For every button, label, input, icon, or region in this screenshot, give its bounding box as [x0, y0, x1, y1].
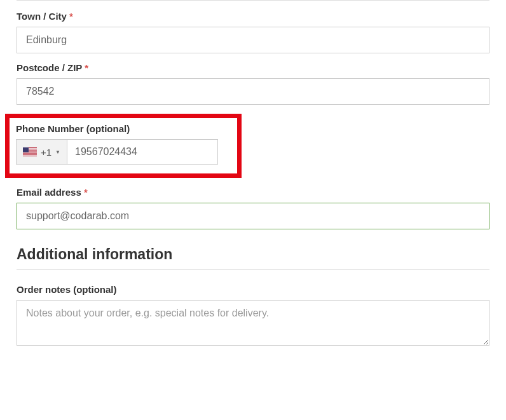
town-city-input[interactable]: [17, 27, 489, 53]
phone-label: Phone Number (optional): [16, 123, 231, 134]
phone-highlight-box: Phone Number (optional) +1 ▼: [5, 114, 242, 178]
phone-number-input[interactable]: [67, 140, 217, 164]
section-divider: [17, 269, 489, 270]
postcode-input[interactable]: [17, 78, 489, 105]
svg-rect-4: [23, 152, 37, 153]
dial-code: +1: [41, 147, 51, 158]
email-label: Email address *: [17, 187, 489, 198]
postcode-label: Postcode / ZIP *: [17, 62, 489, 73]
us-flag-icon: [23, 147, 37, 156]
required-asterisk: *: [69, 11, 73, 22]
svg-rect-7: [23, 147, 29, 152]
email-label-text: Email address: [17, 187, 81, 198]
previous-field-bottom-border: [17, 0, 489, 1]
town-city-group: Town / City *: [17, 11, 489, 53]
required-asterisk: *: [84, 187, 88, 198]
email-group: Email address *: [17, 187, 489, 229]
additional-information-heading: Additional information: [17, 246, 489, 263]
postcode-group: Postcode / ZIP *: [17, 62, 489, 105]
order-notes-group: Order notes (optional): [17, 284, 489, 348]
country-code-selector[interactable]: +1 ▼: [17, 140, 67, 164]
svg-rect-6: [23, 155, 37, 156]
email-input[interactable]: [17, 203, 489, 229]
town-city-label: Town / City *: [17, 11, 489, 22]
required-asterisk: *: [85, 62, 88, 73]
order-notes-textarea[interactable]: [17, 300, 489, 346]
chevron-down-icon: ▼: [55, 149, 60, 155]
order-notes-label: Order notes (optional): [17, 284, 489, 295]
postcode-label-text: Postcode / ZIP: [17, 62, 82, 73]
phone-input-row: +1 ▼: [16, 139, 218, 165]
svg-rect-5: [23, 154, 37, 154]
town-city-label-text: Town / City: [17, 11, 67, 22]
